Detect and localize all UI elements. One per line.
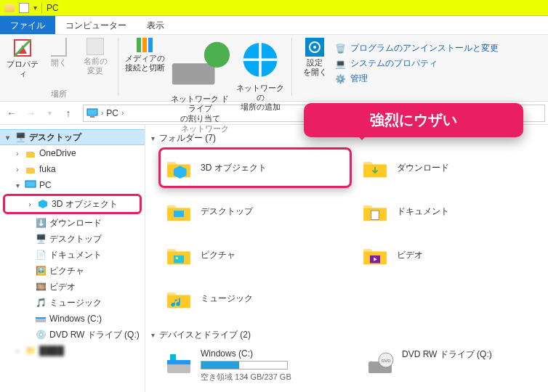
item-documents[interactable]: ドキュメント — [360, 195, 542, 227]
qat-chevron-icon[interactable]: ▾ — [33, 4, 37, 12]
tree-downloads[interactable]: ⬇️ダウンロード — [0, 215, 145, 231]
documents-folder-icon — [360, 197, 390, 226]
svg-rect-18 — [170, 354, 176, 360]
nav-forward[interactable]: → — [22, 105, 39, 122]
cdrive-icon — [164, 348, 193, 377]
desktop-icon: 🖥️ — [15, 131, 26, 143]
ribbon-group-network: メディアの 接続と切断 ネットワーク ドライブ の割り当て ネットワークの 場所… — [118, 35, 291, 101]
drive-icon — [35, 313, 47, 324]
nav-up[interactable]: ↑ — [60, 105, 77, 122]
pictures-folder-icon — [164, 240, 193, 269]
open-icon — [51, 38, 67, 57]
window-title: PC — [47, 3, 59, 13]
media-icon — [137, 38, 153, 52]
tab-file[interactable]: ファイル — [0, 16, 55, 34]
rename-icon — [86, 38, 104, 55]
3d-icon — [37, 198, 49, 210]
svg-rect-1 — [172, 63, 215, 84]
ribbon-group-system: 設定 を開く 🗑️プログラムのアンインストールと変更 💻システムのプロパティ ⚙… — [292, 35, 507, 101]
sysprop-icon: 💻 — [334, 58, 346, 70]
svg-rect-10 — [36, 317, 46, 319]
ribbon: プロパティ 開く 名前の 変更 場所 メディアの 接続と切断 ネットワーク ドラ… — [0, 35, 548, 102]
svg-rect-7 — [90, 116, 94, 118]
ribbon-properties[interactable]: プロパティ — [6, 38, 39, 78]
drive-dvd[interactable]: DVD DVD RW ドライブ (Q:) — [352, 348, 542, 383]
content-pane[interactable]: ▾フォルダー (7) 3D オブジェクト ダウンロード デスクトップ ドキュメン… — [145, 125, 548, 392]
dvd-icon: 💿 — [35, 329, 47, 340]
tree-desktop-folder[interactable]: 🖥️デスクトップ — [0, 231, 145, 247]
svg-point-5 — [313, 46, 316, 49]
manage-icon: ⚙️ — [334, 73, 346, 85]
titlebar: ▾ PC — [0, 0, 548, 16]
tab-view[interactable]: 表示 — [137, 16, 174, 34]
add-location-icon — [235, 38, 286, 82]
drive-free-text: 空き領域 134 GB/237 GB — [201, 372, 291, 383]
tree-3d-objects[interactable]: ›3D オブジェクト — [5, 196, 140, 212]
item-desktop[interactable]: デスクトップ — [164, 195, 346, 227]
3d-objects-folder-icon — [164, 153, 193, 182]
nav-tree[interactable]: ▾🖥️デスクトップ ›OneDrive ›fuka ▾PC ›3D オブジェクト… — [0, 125, 145, 392]
uninstall-icon: 🗑️ — [334, 43, 346, 54]
drive-name: Windows (C:) — [201, 348, 291, 359]
tree-cdrive[interactable]: Windows (C:) — [0, 311, 145, 327]
annotation-callout: 強烈にウザい — [304, 103, 523, 137]
link-uninstall[interactable]: 🗑️プログラムのアンインストールと変更 — [334, 42, 499, 54]
link-manage[interactable]: ⚙️管理 — [334, 73, 499, 85]
pc-icon — [86, 107, 98, 119]
svg-point-14 — [176, 257, 179, 260]
tree-videos[interactable]: 🎞️ビデオ — [0, 279, 145, 295]
music-icon: 🎵 — [35, 297, 47, 309]
titlebar-folder-icon — [4, 4, 15, 12]
nav-recent-chevron[interactable]: ▾ — [41, 105, 58, 122]
titlebar-divider — [41, 3, 42, 13]
videos-folder-icon — [360, 240, 390, 269]
svg-rect-6 — [87, 109, 97, 115]
nav-back[interactable]: ← — [3, 105, 20, 122]
ribbon-group-location: プロパティ 開く 名前の 変更 場所 — [0, 35, 118, 101]
downloads-icon: ⬇️ — [35, 217, 47, 229]
videos-icon: 🎞️ — [35, 281, 47, 293]
svg-rect-13 — [174, 256, 184, 264]
desktop-folder-icon: 🖥️ — [35, 233, 47, 245]
tree-music[interactable]: 🎵ミュージック — [0, 295, 145, 311]
svg-rect-11 — [174, 211, 184, 217]
dvd-drive-icon: DVD — [366, 348, 395, 377]
item-3d-objects[interactable]: 3D オブジェクト — [164, 152, 346, 184]
item-videos[interactable]: ビデオ — [360, 239, 542, 271]
link-system-properties[interactable]: 💻システムのプロパティ — [334, 57, 499, 70]
svg-rect-8 — [25, 181, 36, 187]
drive-c[interactable]: Windows (C:) 空き領域 134 GB/237 GB — [151, 348, 341, 383]
tree-desktop[interactable]: ▾🖥️デスクトップ — [0, 129, 145, 145]
ribbon-add-location[interactable]: ネットワークの 場所の追加 — [235, 38, 286, 112]
ribbon-rename[interactable]: 名前の 変更 — [78, 38, 112, 75]
devices-header[interactable]: ▾デバイスとドライブ (2) — [151, 329, 542, 341]
item-music[interactable]: ミュージック — [164, 282, 346, 314]
svg-text:DVD: DVD — [382, 359, 391, 363]
tree-dvd[interactable]: 💿DVD RW ドライブ (Q:) — [0, 327, 145, 343]
settings-icon — [305, 38, 324, 57]
titlebar-qat-icon[interactable] — [19, 3, 29, 13]
folders-grid: 3D オブジェクト ダウンロード デスクトップ ドキュメント ピクチャ ビデオ — [151, 152, 542, 314]
tree-3d-highlight: ›3D オブジェクト — [3, 194, 142, 214]
menubar: ファイル コンピューター 表示 — [0, 16, 548, 35]
ribbon-media[interactable]: メディアの 接続と切断 — [124, 38, 165, 73]
ribbon-open[interactable]: 開く — [42, 38, 76, 68]
pc-tree-icon — [25, 179, 36, 191]
music-folder-icon — [164, 284, 193, 313]
item-downloads[interactable]: ダウンロード — [360, 152, 542, 184]
desktop-big-icon — [164, 197, 193, 226]
ribbon-map-drive[interactable]: ネットワーク ドライブ の割り当て — [168, 38, 232, 123]
tree-blurred[interactable]: ›📁████ — [0, 343, 145, 359]
tree-onedrive[interactable]: ›OneDrive — [0, 145, 145, 161]
tree-pc[interactable]: ▾PC — [0, 177, 145, 193]
tree-documents[interactable]: 📄ドキュメント — [0, 247, 145, 263]
pictures-icon: 🖼️ — [35, 265, 47, 277]
tab-computer[interactable]: コンピューター — [55, 16, 137, 34]
ribbon-open-settings[interactable]: 設定 を開く — [298, 38, 331, 77]
item-pictures[interactable]: ピクチャ — [164, 239, 346, 271]
tree-pictures[interactable]: 🖼️ピクチャ — [0, 263, 145, 279]
documents-icon: 📄 — [35, 249, 47, 261]
map-drive-icon — [168, 38, 232, 93]
tree-user[interactable]: ›fuka — [0, 161, 145, 177]
properties-icon — [12, 38, 33, 58]
